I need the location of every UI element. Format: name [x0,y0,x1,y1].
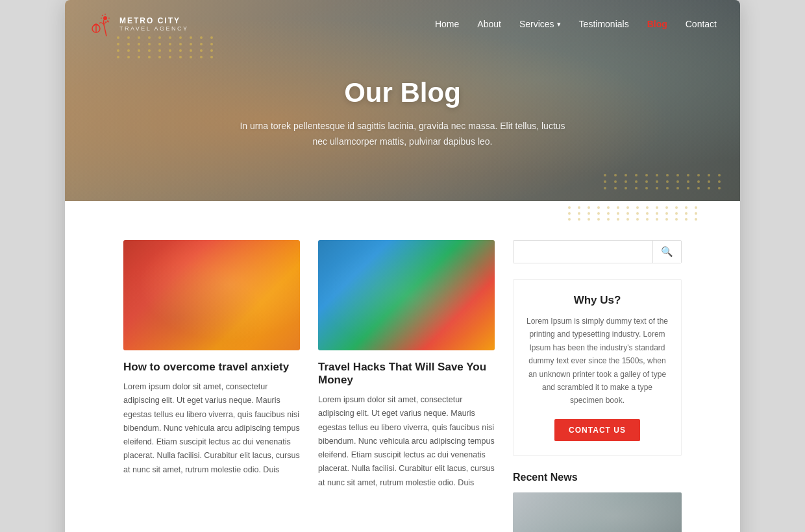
content-grid: How to overcome travel anxiety Lorem ips… [123,240,682,532]
logo-text: METRO CITY TRAVEL AGENCY [119,16,189,32]
svg-line-9 [104,25,106,36]
recent-news: Recent News [513,472,682,532]
nav-contact[interactable]: Contact [686,19,717,29]
logo: METRO CITY TRAVEL AGENCY [88,12,189,36]
search-box: 🔍 [513,240,682,263]
blog-card-1-image [123,240,300,350]
blog-card-2-body: Lorem ipsum dolor sit amet, consectetur … [318,393,495,490]
why-us-box: Why Us? Lorem Ipsum is simply dummy text… [513,279,682,456]
search-button[interactable]: 🔍 [652,241,681,263]
dots-main-right [568,206,701,221]
nav-testimonials[interactable]: Testimonials [579,19,629,29]
search-input[interactable] [514,241,652,263]
why-us-text: Lorem Ipsum is simply dummy text of the … [525,315,669,407]
blog-card-2-title: Travel Hacks That Will Save You Money [318,361,495,387]
svg-line-8 [108,21,109,22]
sidebar: 🔍 Why Us? Lorem Ipsum is simply dummy te… [513,240,682,532]
hero-title: Our Blog [344,77,461,108]
hero-section: METRO CITY TRAVEL AGENCY Home About Serv… [65,0,740,201]
blog-card-1: How to overcome travel anxiety Lorem ips… [123,240,300,532]
browser-window: METRO CITY TRAVEL AGENCY Home About Serv… [65,0,740,532]
nav-blog[interactable]: Blog [647,19,667,29]
logo-icon [88,12,113,36]
brand-tagline: TRAVEL AGENCY [119,25,189,32]
navbar: METRO CITY TRAVEL AGENCY Home About Serv… [65,0,740,48]
svg-line-7 [102,15,103,16]
recent-news-image [513,492,682,532]
main-area: How to overcome travel anxiety Lorem ips… [65,201,740,532]
nav-home[interactable]: Home [435,19,459,29]
brand-name: METRO CITY [119,16,189,25]
contact-us-button[interactable]: CONTACT US [554,419,640,441]
nav-about[interactable]: About [477,19,501,29]
search-icon: 🔍 [661,246,673,257]
hero-subtitle: In urna torek pellentesque id sagittis l… [234,119,571,150]
blog-card-1-body: Lorem ipsum dolor sit amet, consectetur … [123,380,300,477]
nav-links: Home About Services Testimonials Blog Co… [435,19,717,29]
recent-news-title: Recent News [513,472,682,483]
nav-services[interactable]: Services [519,19,561,29]
blog-card-1-title: How to overcome travel anxiety [123,361,300,374]
blog-card-2-image [318,240,495,350]
why-us-title: Why Us? [525,294,669,307]
blog-card-2: Travel Hacks That Will Save You Money Lo… [318,240,495,532]
